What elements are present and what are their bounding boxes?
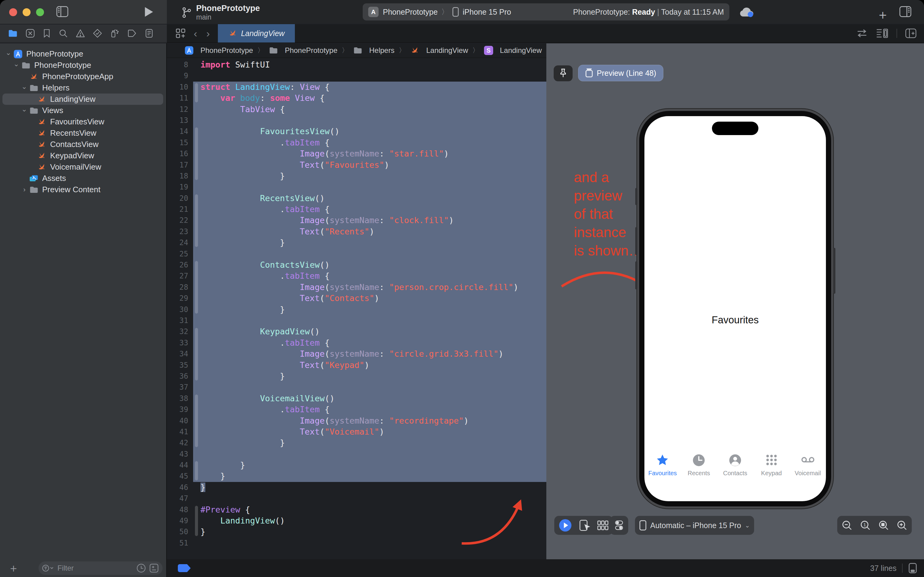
code-line[interactable]: 27 .tabItem { (167, 271, 546, 282)
source-control-navigator-icon[interactable] (26, 29, 35, 38)
code-line[interactable]: 8import SwiftUI (167, 59, 546, 70)
code-line[interactable]: 11 var body: some View { (167, 93, 546, 103)
related-items-icon[interactable] (175, 28, 186, 39)
code-line[interactable]: 10struct LandingView: View { (167, 82, 546, 93)
variants-grid-button[interactable] (597, 520, 608, 530)
issues-navigator-icon[interactable] (76, 29, 85, 38)
disclosure-triangle[interactable]: › (20, 186, 29, 194)
run-destination[interactable]: iPhone 15 Pro (463, 8, 511, 16)
zoom-window-button[interactable] (36, 8, 44, 16)
toggle-inspector-icon[interactable] (899, 6, 912, 17)
code-line[interactable]: 25 (167, 248, 546, 259)
device-settings-button[interactable] (610, 516, 628, 535)
reports-navigator-icon[interactable] (145, 29, 153, 38)
go-forward-icon[interactable]: › (206, 27, 209, 39)
preview-device-selector[interactable]: Automatic – iPhone 15 Pro ⌄ (635, 516, 754, 535)
recent-files-filter-icon[interactable] (136, 563, 146, 573)
add-editor-button[interactable]: ＋ (876, 6, 889, 23)
tab-landingview[interactable]: LandingView (218, 24, 295, 42)
zoom-100-button[interactable]: 1 (860, 520, 871, 531)
file-tree-row[interactable]: Assets (0, 172, 166, 184)
zoom-in-button[interactable] (897, 520, 908, 531)
source-control-filter-icon[interactable] (149, 563, 159, 573)
breadcrumb-item[interactable]: PhonePrototype (184, 46, 253, 55)
preview-header-button[interactable]: Preview (Line 48) (578, 65, 663, 81)
file-tree-row[interactable]: VoicemailView (0, 161, 166, 172)
zoom-fit-button[interactable] (878, 520, 889, 531)
code-line[interactable]: 28 Image(systemName: "person.crop.circle… (167, 282, 546, 293)
code-line[interactable]: 34 Image(systemName: "circle.grid.3x3.fi… (167, 348, 546, 359)
code-line[interactable]: 20 RecentsView() (167, 193, 546, 204)
code-line[interactable]: 13 (167, 115, 546, 126)
code-line[interactable]: 44 } (167, 459, 546, 471)
add-file-button[interactable]: ＋ (8, 561, 19, 576)
disclosure-triangle[interactable]: › (21, 84, 28, 92)
file-tree-row[interactable]: RecentsView (0, 127, 166, 139)
code-line[interactable]: 17 Text("Favourites") (167, 160, 546, 171)
file-tree-row[interactable]: FavouritesView (0, 116, 166, 127)
breadcrumb-item[interactable]: Helpers (353, 46, 394, 55)
zoom-out-button[interactable] (842, 520, 853, 531)
code-line[interactable]: 43 (167, 449, 546, 459)
file-tree-row[interactable]: › Helpers (0, 82, 166, 93)
file-tree-row[interactable]: LandingView (0, 93, 166, 105)
minimap-icon[interactable] (876, 28, 889, 39)
file-tree-row[interactable]: PhonePrototypeApp (0, 71, 166, 82)
code-line[interactable]: 36 } (167, 371, 546, 382)
breadcrumb-item[interactable]: PhonePrototype (268, 46, 337, 55)
minimize-window-button[interactable] (23, 8, 31, 16)
code-line[interactable]: 46} (167, 482, 546, 493)
pin-preview-button[interactable] (554, 65, 573, 81)
code-line[interactable]: 19 (167, 182, 546, 193)
code-line[interactable]: 51 (167, 538, 546, 549)
file-tree-row[interactable]: › PhonePrototype (0, 60, 166, 71)
code-line[interactable]: 31 (167, 315, 546, 326)
disclosure-triangle[interactable]: › (13, 61, 21, 70)
code-line[interactable]: 33 .tabItem { (167, 337, 546, 348)
code-line[interactable]: 41 Text("Voicemail") (167, 426, 546, 437)
ios-tab-contacts[interactable]: Contacts (717, 453, 753, 477)
code-line[interactable]: 26 ContactsView() (167, 259, 546, 271)
code-line[interactable]: 16 Image(systemName: "star.fill") (167, 148, 546, 159)
code-line[interactable]: 14 FavouritesView() (167, 126, 546, 137)
file-tree-row[interactable]: KeypadView (0, 150, 166, 161)
ios-tab-recents[interactable]: Recents (681, 453, 717, 477)
go-back-icon[interactable]: ‹ (194, 27, 197, 39)
breadcrumb-item[interactable]: LandingView (410, 46, 468, 55)
device-preview-toggle-icon[interactable] (908, 562, 917, 574)
code-line[interactable]: 45 } (167, 471, 546, 482)
breakpoint-indicator[interactable] (178, 564, 191, 572)
code-line[interactable]: 48#Preview { (167, 504, 546, 515)
file-tree-row[interactable]: › Preview Content (0, 184, 166, 195)
swap-editor-icon[interactable] (856, 28, 868, 38)
selectable-preview-button[interactable] (579, 519, 590, 532)
bookmarks-navigator-icon[interactable] (43, 29, 51, 38)
close-window-button[interactable] (9, 8, 17, 16)
code-line[interactable]: 39 .tabItem { (167, 404, 546, 415)
code-line[interactable]: 18 } (167, 171, 546, 182)
run-button[interactable] (143, 6, 154, 18)
breakpoints-navigator-icon[interactable] (127, 29, 137, 38)
code-line[interactable]: 37 (167, 382, 546, 393)
file-tree-row[interactable]: ContactsView (0, 139, 166, 150)
code-line[interactable]: 35 Text("Keypad") (167, 360, 546, 371)
code-line[interactable]: 21 .tabItem { (167, 204, 546, 215)
toggle-navigator-icon[interactable] (56, 6, 68, 17)
code-line[interactable]: 47 (167, 493, 546, 504)
code-line[interactable]: 42 } (167, 437, 546, 448)
live-preview-button[interactable] (559, 519, 572, 532)
code-line[interactable]: 40 Image(systemName: "recordingtape") (167, 415, 546, 426)
file-tree-row[interactable]: › PhonePrototype (0, 48, 166, 60)
breadcrumb-item[interactable]: SLandingView (483, 46, 542, 55)
activity-view[interactable]: A PhonePrototype 〉 iPhone 15 Pro PhonePr… (363, 3, 729, 21)
debug-navigator-icon[interactable] (110, 29, 119, 38)
code-line[interactable]: 50} (167, 526, 546, 537)
code-line[interactable]: 12 TabView { (167, 104, 546, 115)
file-tree-row[interactable]: › Views (0, 105, 166, 116)
code-line[interactable]: 32 KeypadView() (167, 326, 546, 337)
disclosure-triangle[interactable]: › (21, 106, 28, 115)
ios-tab-voicemail[interactable]: Voicemail (790, 453, 826, 477)
code-line[interactable]: 49 LandingView() (167, 515, 546, 526)
code-line[interactable]: 30 } (167, 304, 546, 315)
ios-tab-favourites[interactable]: Favourites (644, 453, 681, 477)
